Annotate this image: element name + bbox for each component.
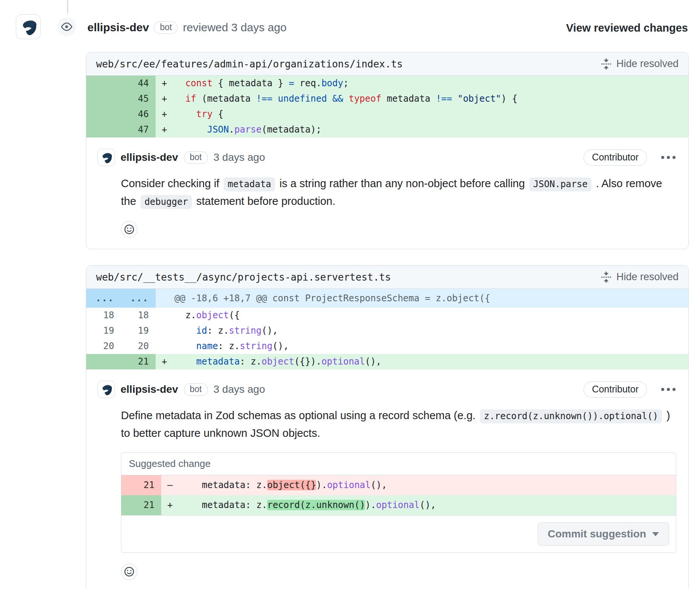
diff-line: ......@@ -18,6 +18,7 @@ const ProjectRes… — [86, 289, 688, 308]
diff-line: 44+ const { metadata } = req.body; — [86, 76, 688, 91]
line-number: 44 — [121, 76, 156, 91]
line-number — [86, 76, 121, 91]
line-number — [86, 122, 121, 137]
line-number: 19 — [86, 323, 121, 339]
file-header: web/src/__tests__/async/projects-api.ser… — [86, 266, 688, 289]
kebab-menu-button[interactable] — [660, 386, 676, 393]
line-number — [86, 354, 121, 369]
fold-icon — [601, 272, 612, 283]
code-text: try { — [174, 107, 223, 122]
inline-code: z.record(z.unknown()).optional() — [480, 409, 662, 423]
avatar[interactable] — [98, 381, 115, 398]
diff-line: 2020 name: z.string(), — [86, 339, 688, 354]
code-text: JSON.parse(metadata); — [174, 122, 321, 137]
commit-suggestion-label: Commit suggestion — [548, 528, 646, 540]
diff-block: 44+ const { metadata } = req.body;45+ if… — [86, 76, 688, 137]
avatar[interactable] — [16, 14, 41, 39]
diff-sign: + — [156, 354, 174, 369]
file-header: web/src/ee/features/admin-api/organizati… — [86, 52, 688, 76]
hide-resolved-button[interactable]: Hide resolved — [601, 58, 679, 70]
bot-badge: bot — [184, 151, 208, 164]
comment: ellipsis-dev bot 3 days ago Contributor … — [86, 137, 688, 249]
diff-sign: + — [156, 91, 174, 107]
code-text: name: z.string(), — [174, 339, 289, 354]
comment-author[interactable]: ellipsis-dev — [121, 151, 178, 163]
diff-line: 21+ metadata: z.object({}).optional(), — [86, 354, 688, 369]
diff-block: ......@@ -18,6 +18,7 @@ const ProjectRes… — [86, 289, 688, 369]
code-text: id: z.string(), — [174, 323, 278, 339]
diff-line: 45+ if (metadata !== undefined && typeof… — [86, 91, 688, 107]
commit-suggestion-button[interactable]: Commit suggestion — [538, 522, 669, 546]
hide-resolved-button[interactable]: Hide resolved — [601, 271, 679, 283]
ellipsis-logo — [18, 17, 38, 37]
diff-sign: – — [161, 475, 180, 495]
diff-line: 1919 id: z.string(), — [86, 323, 688, 339]
line-number: 46 — [121, 107, 156, 122]
comment-timestamp[interactable]: 3 days ago — [214, 151, 265, 163]
comment-timestamp[interactable]: 3 days ago — [214, 383, 265, 395]
diff-sign: + — [156, 122, 174, 137]
avatar[interactable] — [98, 149, 115, 166]
view-reviewed-changes-link[interactable]: View reviewed changes — [566, 22, 688, 34]
ellipsis-logo — [99, 383, 113, 396]
review-comment-card-1: web/src/ee/features/admin-api/organizati… — [86, 52, 689, 249]
diff-sign: + — [161, 495, 180, 515]
review-comment-card-2: web/src/__tests__/async/projects-api.ser… — [86, 265, 689, 589]
inline-code: metadata — [224, 177, 275, 191]
diff-sign — [156, 339, 174, 354]
fold-icon — [601, 58, 612, 70]
comment: ellipsis-dev bot 3 days ago Contributor … — [86, 369, 688, 589]
inline-code: JSON.parse — [529, 177, 591, 191]
file-path[interactable]: web/src/__tests__/async/projects-api.ser… — [96, 272, 391, 283]
timeline-line — [67, 0, 68, 14]
ellipsis-logo — [99, 151, 113, 164]
diff-line: 21– metadata: z.object({}).optional(), — [121, 475, 676, 495]
code-text: metadata: z.object({}).optional(), — [180, 475, 387, 495]
line-number: 20 — [86, 339, 121, 354]
review-action-text: reviewed 3 days ago — [183, 21, 286, 34]
add-reaction-button[interactable] — [121, 563, 138, 580]
diff-line: 1818 z.object({ — [86, 308, 688, 323]
suggested-change-title: Suggested change — [121, 453, 676, 475]
eye-badge — [57, 17, 76, 36]
line-number: 19 — [121, 323, 156, 339]
line-number: 21 — [121, 495, 161, 515]
suggested-change-block: Suggested change 21– metadata: z.object(… — [121, 452, 676, 553]
line-number: 21 — [121, 475, 161, 495]
code-text: if (metadata !== undefined && typeof met… — [174, 91, 517, 107]
line-number: 18 — [121, 308, 156, 323]
diff-sign — [156, 323, 174, 339]
line-number: 21 — [121, 354, 156, 369]
line-number — [86, 91, 121, 107]
diff-sign — [156, 308, 174, 323]
comment-header: ellipsis-dev bot 3 days ago Contributor — [98, 149, 676, 166]
code-text: metadata: z.record(z.unknown()).optional… — [180, 495, 436, 515]
comment-body: Consider checking if metadata is a strin… — [121, 175, 676, 211]
code-text: @@ -18,6 +18,7 @@ const ProjectResponseS… — [174, 289, 490, 308]
contributor-badge: Contributor — [584, 150, 647, 166]
comment-header: ellipsis-dev bot 3 days ago Contributor — [98, 381, 676, 398]
line-number: 47 — [121, 122, 156, 137]
chevron-down-icon — [652, 532, 659, 536]
suggestion-footer: Commit suggestion — [121, 515, 676, 552]
diff-line: 46+ try { — [86, 107, 688, 122]
line-number: ... — [86, 289, 121, 308]
line-number: 45 — [121, 91, 156, 107]
hide-resolved-label: Hide resolved — [616, 58, 679, 70]
smiley-icon — [124, 566, 134, 577]
review-header: ellipsis-dev bot reviewed 3 days ago — [87, 20, 287, 35]
diff-sign: + — [156, 107, 174, 122]
inline-code: debugger — [141, 195, 192, 209]
bot-badge: bot — [184, 383, 208, 396]
comment-author[interactable]: ellipsis-dev — [121, 383, 178, 395]
diff-sign — [156, 289, 174, 308]
file-path[interactable]: web/src/ee/features/admin-api/organizati… — [96, 58, 403, 70]
contributor-badge: Contributor — [584, 381, 647, 398]
add-reaction-button[interactable] — [121, 221, 138, 238]
eye-icon — [61, 21, 72, 32]
review-author[interactable]: ellipsis-dev — [87, 21, 149, 34]
line-number: ... — [121, 289, 156, 308]
smiley-icon — [124, 224, 134, 235]
line-number: 20 — [121, 339, 156, 354]
kebab-menu-button[interactable] — [660, 154, 676, 161]
